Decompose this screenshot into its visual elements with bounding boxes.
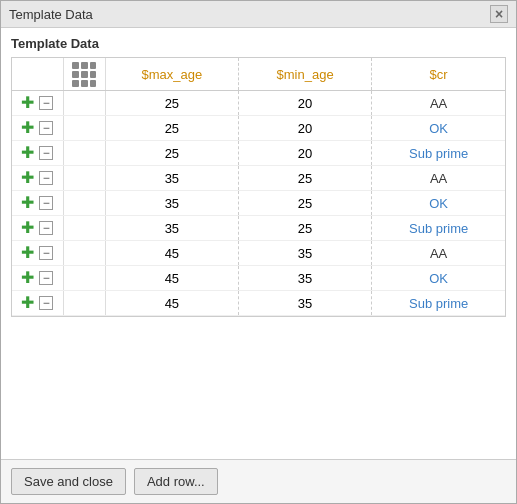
row-icon-cell (63, 166, 105, 191)
cell-min-age: 25 (238, 166, 371, 191)
add-row-icon[interactable]: ✚ (21, 145, 34, 161)
save-close-button[interactable]: Save and close (11, 468, 126, 495)
cell-cr: AA (372, 241, 505, 266)
remove-row-icon[interactable]: − (39, 246, 53, 260)
row-icon-cell (63, 91, 105, 116)
dialog-body: Template Data (1, 28, 516, 459)
row-controls-cell: ✚− (12, 166, 63, 191)
cell-min-age: 35 (238, 241, 371, 266)
add-row-button[interactable]: Add row... (134, 468, 218, 495)
section-title: Template Data (11, 36, 506, 51)
add-row-icon[interactable]: ✚ (21, 270, 34, 286)
grid-cell (81, 80, 88, 87)
grid-cell (72, 80, 79, 87)
cell-max-age: 25 (105, 91, 238, 116)
row-controls-cell: ✚− (12, 91, 63, 116)
cell-min-age: 35 (238, 266, 371, 291)
remove-row-icon[interactable]: − (39, 196, 53, 210)
row-icon-cell (63, 291, 105, 316)
table-wrapper: $max_age $min_age $cr ✚−2520AA✚−2520OK✚−… (11, 57, 506, 317)
remove-row-icon[interactable]: − (39, 146, 53, 160)
table-row: ✚−2520AA (12, 91, 505, 116)
grid-icon-row-1 (72, 62, 96, 69)
row-icon-cell (63, 216, 105, 241)
close-button[interactable]: × (490, 5, 508, 23)
cell-min-age: 20 (238, 141, 371, 166)
cell-cr: OK (372, 116, 505, 141)
col-header-max-age: $max_age (105, 58, 238, 91)
table-row: ✚−3525OK (12, 191, 505, 216)
row-icon-cell (63, 241, 105, 266)
row-icon-cell (63, 116, 105, 141)
table-row: ✚−2520OK (12, 116, 505, 141)
cell-cr: OK (372, 266, 505, 291)
remove-row-icon[interactable]: − (39, 96, 53, 110)
row-controls-cell: ✚− (12, 141, 63, 166)
col-header-icon (63, 58, 105, 91)
grid-icon-row-3 (72, 80, 96, 87)
row-controls-cell: ✚− (12, 291, 63, 316)
cell-min-age: 35 (238, 291, 371, 316)
table-row: ✚−4535AA (12, 241, 505, 266)
cell-min-age: 20 (238, 91, 371, 116)
row-controls-cell: ✚− (12, 191, 63, 216)
grid-icon (72, 62, 96, 86)
cell-cr: Sub prime (372, 141, 505, 166)
add-row-icon[interactable]: ✚ (21, 120, 34, 136)
grid-cell (90, 62, 97, 69)
table-row: ✚−4535OK (12, 266, 505, 291)
footer: Save and close Add row... (1, 459, 516, 503)
grid-cell (72, 62, 79, 69)
table-row: ✚−2520Sub prime (12, 141, 505, 166)
cell-max-age: 25 (105, 116, 238, 141)
cell-max-age: 35 (105, 216, 238, 241)
cell-cr: AA (372, 166, 505, 191)
cell-min-age: 25 (238, 191, 371, 216)
grid-cell (90, 80, 97, 87)
add-row-icon[interactable]: ✚ (21, 220, 34, 236)
grid-cell (81, 71, 88, 78)
cell-min-age: 25 (238, 216, 371, 241)
table-header-row: $max_age $min_age $cr (12, 58, 505, 91)
col-header-controls (12, 58, 63, 91)
row-icon-cell (63, 191, 105, 216)
title-bar: Template Data × (1, 1, 516, 28)
remove-row-icon[interactable]: − (39, 221, 53, 235)
cell-cr: Sub prime (372, 216, 505, 241)
add-row-icon[interactable]: ✚ (21, 95, 34, 111)
col-header-cr: $cr (372, 58, 505, 91)
template-data-dialog: Template Data × Template Data (0, 0, 517, 504)
add-row-icon[interactable]: ✚ (21, 170, 34, 186)
grid-icon-row-2 (72, 71, 96, 78)
cell-max-age: 45 (105, 241, 238, 266)
remove-row-icon[interactable]: − (39, 121, 53, 135)
remove-row-icon[interactable]: − (39, 271, 53, 285)
grid-cell (72, 71, 79, 78)
table-body: ✚−2520AA✚−2520OK✚−2520Sub prime✚−3525AA✚… (12, 91, 505, 316)
row-controls-cell: ✚− (12, 266, 63, 291)
cell-cr: AA (372, 91, 505, 116)
dialog-title: Template Data (9, 7, 93, 22)
col-header-min-age: $min_age (238, 58, 371, 91)
cell-max-age: 35 (105, 166, 238, 191)
cell-cr: OK (372, 191, 505, 216)
row-icon-cell (63, 266, 105, 291)
row-controls-cell: ✚− (12, 216, 63, 241)
cell-max-age: 35 (105, 191, 238, 216)
cell-max-age: 45 (105, 291, 238, 316)
remove-row-icon[interactable]: − (39, 296, 53, 310)
row-controls-cell: ✚− (12, 116, 63, 141)
table-row: ✚−3525Sub prime (12, 216, 505, 241)
cell-max-age: 25 (105, 141, 238, 166)
cell-max-age: 45 (105, 266, 238, 291)
row-icon-cell (63, 141, 105, 166)
grid-cell (90, 71, 97, 78)
add-row-icon[interactable]: ✚ (21, 245, 34, 261)
grid-cell (81, 62, 88, 69)
remove-row-icon[interactable]: − (39, 171, 53, 185)
row-controls-cell: ✚− (12, 241, 63, 266)
add-row-icon[interactable]: ✚ (21, 195, 34, 211)
cell-cr: Sub prime (372, 291, 505, 316)
table-row: ✚−3525AA (12, 166, 505, 191)
add-row-icon[interactable]: ✚ (21, 295, 34, 311)
